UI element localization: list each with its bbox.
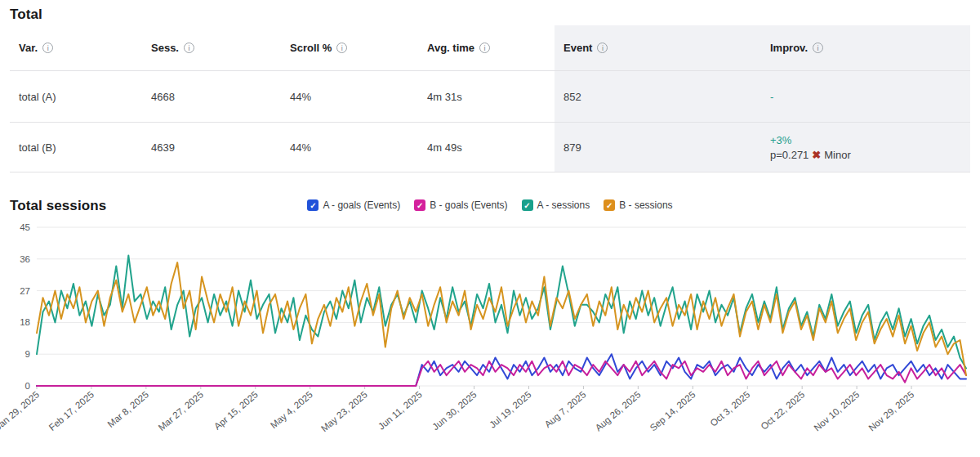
- svg-text:May 23, 2025: May 23, 2025: [319, 389, 369, 433]
- svg-text:Jan 29, 2025: Jan 29, 2025: [0, 389, 41, 432]
- checkbox-checked-icon[interactable]: ✓: [604, 199, 615, 211]
- checkbox-checked-icon[interactable]: ✓: [522, 199, 533, 211]
- svg-text:9: 9: [25, 349, 30, 359]
- legend-item-a-goals[interactable]: ✓A - goals (Events): [307, 199, 400, 211]
- svg-text:Mar 27, 2025: Mar 27, 2025: [156, 389, 205, 432]
- legend-item-b-sessions[interactable]: ✓B - sessions: [604, 199, 672, 211]
- checkbox-checked-icon[interactable]: ✓: [307, 199, 318, 211]
- svg-text:Aug 7, 2025: Aug 7, 2025: [542, 389, 587, 429]
- svg-text:45: 45: [20, 222, 30, 232]
- info-icon[interactable]: i: [813, 43, 823, 53]
- row-b-event: 879: [555, 122, 761, 172]
- col-header-var: Var.i: [10, 25, 142, 70]
- significance-badge: Minor: [824, 149, 851, 161]
- col-header-improv: Improv.i: [761, 25, 970, 70]
- chart-header: Total sessions ✓A - goals (Events) ✓B - …: [10, 198, 970, 217]
- svg-text:Nov 10, 2025: Nov 10, 2025: [812, 389, 861, 432]
- svg-text:Apr 15, 2025: Apr 15, 2025: [212, 389, 260, 432]
- svg-text:Oct 22, 2025: Oct 22, 2025: [759, 389, 806, 432]
- svg-text:Jun 11, 2025: Jun 11, 2025: [376, 389, 424, 431]
- legend-item-b-goals[interactable]: ✓B - goals (Events): [414, 199, 507, 211]
- svg-text:Mar 8, 2025: Mar 8, 2025: [105, 389, 150, 429]
- significance-line: p=0.271 ✖ Minor: [770, 149, 851, 161]
- info-icon[interactable]: i: [42, 43, 53, 53]
- row-a-sessions: 4668: [142, 70, 281, 122]
- totals-table: Var.i Sess.i Scroll %i Avg. timei Eventi…: [10, 25, 970, 172]
- svg-text:Feb 17, 2025: Feb 17, 2025: [47, 389, 96, 432]
- row-b-improv: +3% p=0.271 ✖ Minor: [761, 122, 970, 172]
- table-title: Total: [10, 7, 970, 23]
- svg-text:27: 27: [20, 286, 30, 296]
- row-a-avg-time: 4m 31s: [418, 70, 555, 122]
- row-b-scroll: 44%: [281, 122, 418, 172]
- chart-section: Total sessions ✓A - goals (Events) ✓B - …: [0, 198, 980, 448]
- svg-text:Sep 14, 2025: Sep 14, 2025: [648, 389, 697, 432]
- legend-item-a-sessions[interactable]: ✓A - sessions: [522, 199, 590, 211]
- svg-text:36: 36: [20, 254, 30, 264]
- row-a-scroll: 44%: [281, 70, 418, 122]
- checkbox-checked-icon[interactable]: ✓: [414, 199, 425, 211]
- svg-text:Jul 19, 2025: Jul 19, 2025: [488, 389, 533, 429]
- row-a-improv: -: [761, 70, 970, 122]
- info-icon[interactable]: i: [479, 43, 490, 53]
- row-b-avg-time: 4m 49s: [418, 122, 555, 172]
- p-value: p=0.271: [770, 149, 808, 161]
- col-header-event: Eventi: [555, 25, 761, 70]
- svg-text:Oct 3, 2025: Oct 3, 2025: [708, 389, 751, 428]
- info-icon[interactable]: i: [597, 43, 608, 53]
- row-a-event: 852: [555, 70, 761, 122]
- svg-text:0: 0: [25, 381, 30, 391]
- totals-section: Total Var.i Sess.i Scroll %i Avg. timei …: [0, 0, 980, 172]
- col-header-scroll: Scroll %i: [281, 25, 418, 70]
- col-header-sess: Sess.i: [142, 25, 281, 70]
- svg-text:18: 18: [20, 317, 30, 327]
- improvement-value: +3%: [770, 134, 791, 146]
- col-header-avg-time: Avg. timei: [418, 25, 555, 70]
- row-a-var: total (A): [10, 70, 142, 122]
- svg-text:Jun 30, 2025: Jun 30, 2025: [430, 389, 479, 432]
- sessions-line-chart[interactable]: 0918273645Jan 29, 2025Feb 17, 2025Mar 8,…: [0, 217, 980, 445]
- row-b-var: total (B): [10, 122, 142, 172]
- chart-legend: ✓A - goals (Events) ✓B - goals (Events) …: [10, 199, 970, 211]
- row-b-sessions: 4639: [142, 122, 281, 172]
- cross-icon: ✖: [812, 149, 821, 161]
- info-icon[interactable]: i: [184, 43, 194, 53]
- svg-text:Nov 29, 2025: Nov 29, 2025: [866, 389, 915, 432]
- info-icon[interactable]: i: [336, 43, 347, 53]
- svg-text:May 4, 2025: May 4, 2025: [269, 389, 314, 430]
- improvement-value: -: [770, 91, 773, 103]
- svg-text:Aug 26, 2025: Aug 26, 2025: [594, 389, 643, 432]
